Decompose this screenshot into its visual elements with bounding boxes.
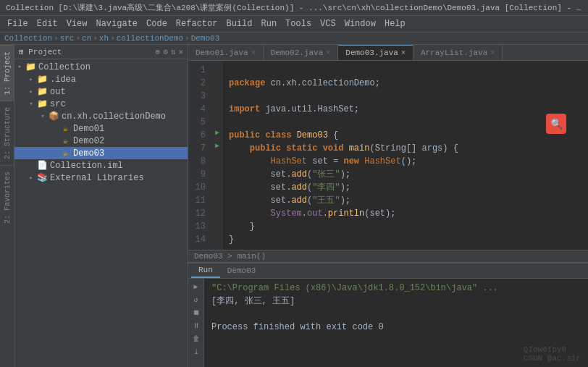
code-content[interactable]: package cn.xh.collectionDemo; import jav…	[223, 61, 588, 250]
editor-tabs: Demo01.java ×Demo02.java ×Demo03.java ×A…	[188, 45, 588, 61]
tree-icon-java: ☕	[59, 123, 71, 134]
tree-item-collection-iml[interactable]: 📄Collection.iml	[14, 159, 188, 172]
tab-favorites[interactable]: 2: Favorites	[0, 165, 14, 229]
tree-icon-package: 📦	[48, 111, 59, 122]
editor-tab-Demo03-java[interactable]: Demo03.java ×	[338, 45, 413, 60]
breadcrumb-item-5[interactable]: Demo03	[191, 34, 220, 43]
menu-item-view[interactable]: View	[62, 17, 92, 30]
line-number-13: 13	[191, 220, 206, 233]
stop-btn[interactable]: ⏹	[190, 308, 202, 319]
tab-close-ArrayList.java[interactable]: ×	[490, 49, 495, 57]
bottom-tab-demo03[interactable]: Demo03	[220, 264, 264, 277]
breadcrumb-sep-2: ›	[93, 34, 98, 43]
tree-arrow: ▾	[38, 112, 48, 120]
scroll-btn[interactable]: ⤓	[190, 347, 202, 358]
gutter-line-1	[211, 61, 223, 74]
breadcrumb-item-4[interactable]: collectionDemo	[117, 34, 183, 43]
tree-item-collection-root[interactable]: ▾📁Collection	[14, 61, 188, 73]
menu-item-run[interactable]: Run	[256, 17, 281, 30]
tree-icon-java: ☕	[59, 135, 71, 146]
search-float-button[interactable]: 🔍	[546, 114, 566, 134]
line-numbers: 1234567891011121314	[188, 61, 211, 250]
code-line-13: }	[229, 220, 582, 233]
run-btn[interactable]: ▶	[190, 282, 202, 293]
breadcrumb-sep-4: ›	[185, 34, 190, 43]
sidebar-tool-expand[interactable]: ⇅	[171, 47, 176, 56]
editor-tab-ArrayList-java[interactable]: ArrayList.java ×	[413, 46, 503, 60]
code-editor: 1234567891011121314 ▶▶ package cn.xh.col…	[188, 61, 588, 250]
bottom-panel: RunDemo03 ▶ ↺ ⏹ ⏸ 🗑 ⤓ "C:\Program Files …	[188, 262, 588, 367]
editor-tab-Demo01-java[interactable]: Demo01.java ×	[188, 46, 264, 60]
gutter-line-4	[211, 100, 223, 113]
tab-structure[interactable]: 2: Structure	[0, 101, 14, 165]
tree-item-demo03[interactable]: ☕Demo03	[14, 147, 188, 159]
tab-close-Demo02.java[interactable]: ×	[326, 49, 330, 57]
tab-close-Demo03.java[interactable]: ×	[401, 49, 406, 57]
tree-item-demo01[interactable]: ☕Demo01	[14, 122, 188, 135]
tree-item-demo02[interactable]: ☕Demo02	[14, 135, 188, 147]
breadcrumb-sep-3: ›	[110, 34, 115, 43]
line-number-4: 4	[191, 103, 206, 116]
sidebar-tool-close[interactable]: ✕	[178, 47, 183, 56]
project-tree: ▾📁Collection▸📁.idea▸📁out▾📁src▾📦cn.xh.col…	[14, 59, 188, 367]
line-number-7: 7	[191, 142, 206, 155]
line-number-10: 10	[191, 181, 206, 194]
sidebar-tool-settings[interactable]: ⚙	[163, 47, 168, 56]
menu-item-code[interactable]: Code	[142, 17, 172, 30]
tree-item-out[interactable]: ▸📁out	[14, 85, 188, 98]
code-line-4: import java.util.HashSet;	[229, 103, 582, 116]
menu-item-tools[interactable]: Tools	[281, 17, 316, 30]
menu-item-file[interactable]: File	[3, 17, 33, 30]
output-line-1: [李四, 张三, 王五]	[211, 295, 582, 308]
tree-arrow: ▾	[26, 100, 36, 108]
breadcrumb-bar: Collection › src › cn › xh › collectionD…	[0, 33, 588, 45]
code-line-11: set.add("王五");	[229, 194, 582, 207]
menu-item-edit[interactable]: Edit	[33, 17, 62, 30]
tree-item-idea[interactable]: ▸📁.idea	[14, 73, 188, 85]
tab-label: Demo01.java	[196, 48, 248, 57]
sidebar-tool-sync[interactable]: ⊕	[156, 47, 161, 56]
line-number-1: 1	[191, 64, 206, 77]
breadcrumb-item-2[interactable]: cn	[82, 34, 91, 43]
clear-btn[interactable]: 🗑	[190, 334, 202, 345]
tab-close-Demo01.java[interactable]: ×	[251, 49, 256, 57]
output-line-0: "C:\Program Files (x86)\Java\jdk1.8.0_15…	[211, 282, 582, 295]
menu-item-build[interactable]: Build	[222, 17, 256, 30]
tree-item-ext-libs[interactable]: ▸📚External Libraries	[14, 172, 188, 184]
gutter-line-6[interactable]: ▶	[211, 126, 223, 139]
tree-arrow: ▸	[26, 174, 36, 182]
line-number-14: 14	[191, 233, 206, 246]
gutter-line-2	[211, 74, 223, 87]
gutter-line-3	[211, 87, 223, 100]
code-line-3	[229, 90, 582, 103]
menu-item-help[interactable]: Help	[380, 17, 410, 30]
bottom-tab-run[interactable]: Run	[191, 263, 220, 278]
rerun-btn[interactable]: ↺	[190, 295, 202, 306]
bottom-toolbar: ▶ ↺ ⏹ ⏸ 🗑 ⤓	[188, 279, 204, 367]
breadcrumb-item-1[interactable]: src	[60, 34, 75, 43]
tree-arrow: ▸	[26, 75, 36, 83]
breadcrumb-item-3[interactable]: xh	[99, 34, 109, 43]
gutter-line-5	[211, 113, 223, 126]
editor-tab-Demo02-java[interactable]: Demo02.java ×	[264, 46, 339, 60]
tab-label: ArrayList.java	[421, 48, 487, 57]
menu-bar: FileEditViewNavigateCodeRefactorBuildRun…	[0, 16, 588, 33]
tree-icon-java: ☕	[59, 148, 71, 159]
code-line-6: public class Demo03 {	[229, 129, 582, 142]
tab-project[interactable]: 1: Project	[0, 45, 14, 101]
line-number-8: 8	[191, 155, 206, 168]
pause-btn[interactable]: ⏸	[190, 321, 202, 332]
tab-label: Demo03.java	[345, 48, 398, 57]
breadcrumb-item-0[interactable]: Collection	[4, 34, 52, 43]
tree-item-cn-xh[interactable]: ▾📦cn.xh.collectionDemo	[14, 110, 188, 122]
gutter-line-7[interactable]: ▶	[211, 139, 223, 152]
tree-item-src[interactable]: ▾📁src	[14, 98, 188, 110]
gutter-line-12	[211, 204, 223, 217]
menu-item-navigate[interactable]: Navigate	[91, 17, 142, 30]
side-tabs-left: 1: Project 2: Structure 2: Favorites	[0, 45, 14, 367]
menu-item-refactor[interactable]: Refactor	[172, 17, 222, 30]
menu-item-window[interactable]: Window	[340, 17, 380, 30]
line-number-3: 3	[191, 90, 206, 103]
tab-label: Demo02.java	[271, 48, 324, 57]
menu-item-vcs[interactable]: VCS	[316, 17, 340, 30]
